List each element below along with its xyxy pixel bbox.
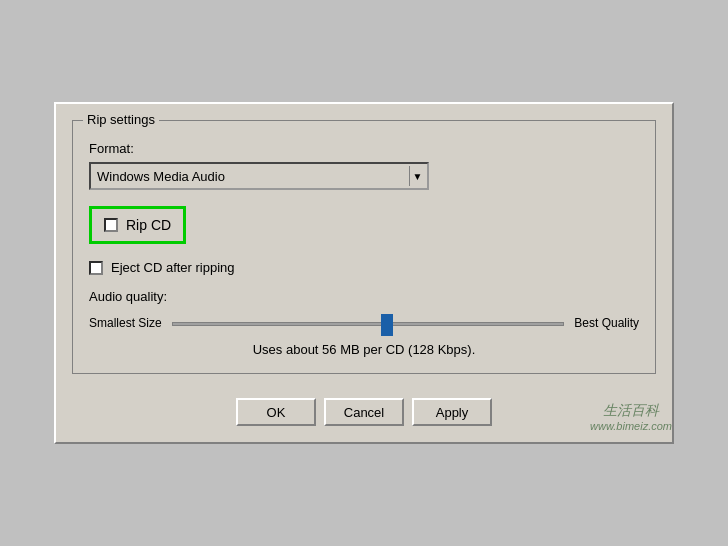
usage-text: Uses about 56 MB per CD (128 Kbps). xyxy=(89,342,639,357)
eject-cd-checkbox[interactable] xyxy=(89,261,103,275)
watermark-url-text: www.bimeiz.com xyxy=(590,420,672,432)
cancel-button[interactable]: Cancel xyxy=(324,398,404,426)
format-select-wrapper: Windows Media Audio MP3 WAV FLAC ▼ xyxy=(89,162,429,190)
rip-cd-option[interactable]: Rip CD xyxy=(89,206,186,244)
dialog: Rip settings Format: Windows Media Audio… xyxy=(54,102,674,444)
ok-button[interactable]: OK xyxy=(236,398,316,426)
button-row: OK Cancel Apply xyxy=(72,398,656,426)
eject-cd-label: Eject CD after ripping xyxy=(111,260,235,275)
format-select[interactable]: Windows Media Audio MP3 WAV FLAC xyxy=(89,162,429,190)
slider-row: Smallest Size Best Quality xyxy=(89,312,639,336)
eject-cd-option[interactable]: Eject CD after ripping xyxy=(89,260,639,275)
audio-quality-slider[interactable] xyxy=(172,314,565,334)
rip-cd-checkbox[interactable] xyxy=(104,218,118,232)
group-legend-label: Rip settings xyxy=(83,112,159,127)
rip-cd-label: Rip CD xyxy=(126,217,171,233)
apply-button[interactable]: Apply xyxy=(412,398,492,426)
rip-settings-group: Rip settings Format: Windows Media Audio… xyxy=(72,120,656,374)
slider-container xyxy=(172,312,565,336)
slider-left-label: Smallest Size xyxy=(89,316,162,332)
format-select-container: Windows Media Audio MP3 WAV FLAC ▼ xyxy=(89,162,639,190)
watermark: 生活百科 www.bimeiz.com xyxy=(590,402,672,432)
slider-right-label: Best Quality xyxy=(574,316,639,332)
format-label: Format: xyxy=(89,141,639,156)
audio-quality-label: Audio quality: xyxy=(89,289,639,304)
watermark-cn-text: 生活百科 xyxy=(603,402,659,420)
